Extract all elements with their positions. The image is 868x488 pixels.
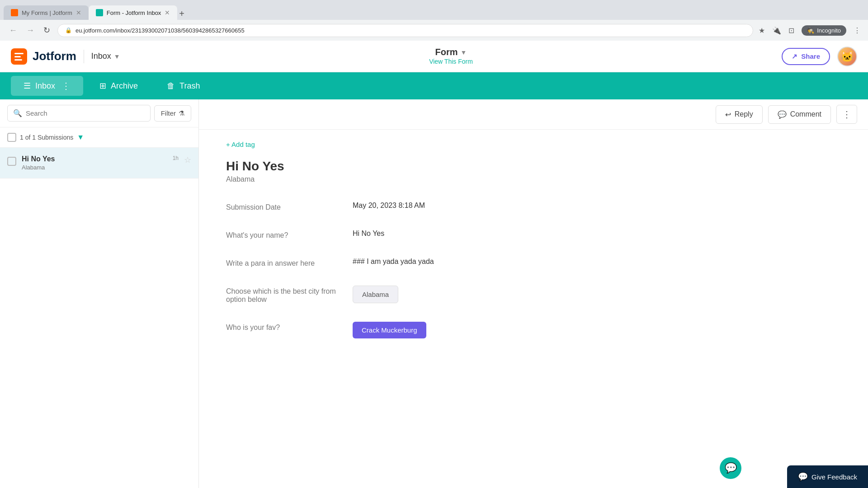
- field-value-city: Alabama: [353, 286, 841, 303]
- tab-inbox-label: Form - Jotform Inbox: [107, 9, 161, 16]
- fav-badge: Crack Muckerburg: [353, 322, 426, 338]
- reply-icon: ↩: [725, 110, 731, 119]
- search-bar: 🔍 Filter ⚗: [0, 99, 198, 127]
- filter-button[interactable]: Filter ⚗: [154, 105, 191, 122]
- forward-button[interactable]: →: [24, 24, 36, 37]
- field-row-name: What's your name? Hi No Yes: [226, 230, 841, 239]
- comment-label: Comment: [790, 110, 821, 118]
- field-row-date: Submission Date May 20, 2023 8:18 AM: [226, 202, 841, 211]
- logo-text: Jotform: [33, 49, 76, 63]
- reply-button[interactable]: ↩ Reply: [716, 105, 763, 124]
- inbox-tab-label: Inbox: [35, 81, 55, 91]
- search-input-wrap[interactable]: 🔍: [7, 105, 151, 122]
- inbox-selector[interactable]: Inbox ▼: [91, 52, 120, 61]
- add-tag-label: + Add tag: [226, 141, 255, 148]
- share-icon: ↗: [792, 52, 797, 61]
- incognito-label: Incognito: [817, 27, 841, 34]
- url-bar[interactable]: 🔒 eu.jotform.com/inbox/231393002071038/5…: [57, 24, 753, 37]
- give-feedback-button[interactable]: 💬 Give Feedback: [787, 465, 868, 488]
- field-value-para: ### I am yada yada yada: [353, 258, 841, 266]
- nav-tab-trash[interactable]: 🗑 Trash: [154, 77, 212, 95]
- submissions-header: 1 of 1 Submissions ▼: [0, 127, 198, 148]
- new-tab-button[interactable]: +: [179, 9, 184, 19]
- view-form-link[interactable]: View This Form: [429, 58, 473, 65]
- submissions-sort-icon[interactable]: ▼: [77, 133, 84, 141]
- field-label-para: Write a para in answer here: [226, 258, 353, 267]
- tab-favicon-inbox: [96, 9, 103, 16]
- select-all-checkbox[interactable]: [7, 133, 16, 142]
- inbox-tab-icon: ☰: [24, 81, 31, 91]
- reply-label: Reply: [735, 110, 753, 118]
- incognito-indicator: 🕵 Incognito: [802, 25, 846, 36]
- main-area: 🔍 Filter ⚗ 1 of 1 Submissions ▼ Hi No Ye…: [0, 99, 868, 488]
- tab-inbox-close[interactable]: ✕: [165, 9, 170, 16]
- field-row-para: Write a para in answer here ### I am yad…: [226, 258, 841, 267]
- tab-myforms-close[interactable]: ✕: [76, 9, 81, 16]
- content-toolbar: ↩ Reply 💬 Comment ⋮: [199, 99, 868, 130]
- star-icon[interactable]: ☆: [184, 155, 191, 165]
- svg-rect-2: [14, 56, 21, 57]
- header-right: ↗ Share 🐱: [782, 47, 857, 66]
- chat-bubble-icon: 💬: [725, 462, 737, 474]
- form-title-caret-icon: ▼: [461, 49, 467, 56]
- add-tag-button[interactable]: + Add tag: [226, 141, 841, 148]
- bookmark-icon[interactable]: ★: [759, 26, 765, 35]
- list-item[interactable]: Hi No Yes Alabama 1h ☆: [0, 148, 198, 178]
- more-options-button[interactable]: ⋮: [836, 105, 857, 124]
- header-center: Form ▼ View This Form: [120, 47, 782, 66]
- back-button[interactable]: ←: [7, 24, 19, 37]
- tab-favicon-myforms: [11, 9, 18, 16]
- svg-rect-1: [14, 53, 24, 54]
- sidebar: 🔍 Filter ⚗ 1 of 1 Submissions ▼ Hi No Ye…: [0, 99, 199, 488]
- app-header: Jotform Inbox ▼ Form ▼ View This Form ↗ …: [0, 41, 868, 72]
- nav-tab-archive[interactable]: ⊞ Archive: [87, 76, 151, 95]
- tab-myforms-label: My Forms | Jotform: [22, 9, 72, 16]
- profile-icon[interactable]: ⊡: [788, 26, 794, 35]
- nav-tab-inbox[interactable]: ☰ Inbox ⋮: [11, 76, 83, 96]
- feedback-chat-icon: 💬: [798, 472, 808, 482]
- search-input[interactable]: [26, 109, 145, 117]
- submission-info: Hi No Yes Alabama: [22, 155, 167, 171]
- url-text: eu.jotform.com/inbox/231393002071038/560…: [75, 27, 245, 34]
- submission-title: Hi No Yes: [226, 159, 841, 174]
- submissions-count: 1 of 1 Submissions: [20, 134, 73, 141]
- browser-menu-icon[interactable]: ⋮: [854, 26, 861, 35]
- refresh-button[interactable]: ↻: [42, 23, 52, 37]
- archive-tab-icon: ⊞: [99, 81, 106, 91]
- trash-tab-icon: 🗑: [167, 81, 175, 91]
- search-icon: 🔍: [13, 109, 22, 117]
- form-title[interactable]: Form ▼: [120, 47, 782, 57]
- chat-bubble-button[interactable]: 💬: [720, 457, 741, 479]
- filter-label: Filter: [161, 109, 176, 117]
- content-body: + Add tag Hi No Yes Alabama Submission D…: [199, 130, 868, 488]
- field-label-date: Submission Date: [226, 202, 353, 211]
- jotform-logo-icon: [11, 48, 27, 65]
- inbox-label: Inbox: [91, 52, 111, 61]
- logo-area: Jotform: [11, 48, 76, 65]
- field-value-date: May 20, 2023 8:18 AM: [353, 202, 841, 210]
- field-label-name: What's your name?: [226, 230, 353, 239]
- nav-tabs: ☰ Inbox ⋮ ⊞ Archive 🗑 Trash: [0, 72, 868, 99]
- svg-rect-3: [14, 59, 22, 61]
- field-value-fav: Crack Muckerburg: [353, 322, 841, 338]
- header-divider: [84, 50, 84, 63]
- user-avatar[interactable]: 🐱: [837, 47, 857, 66]
- submission-time: 1h: [173, 155, 179, 161]
- submission-name: Hi No Yes: [22, 155, 167, 163]
- inbox-options-icon[interactable]: ⋮: [61, 80, 71, 91]
- comment-button[interactable]: 💬 Comment: [768, 105, 831, 124]
- submission-subtitle: Alabama: [226, 175, 841, 183]
- share-label: Share: [801, 52, 820, 60]
- tab-myforms[interactable]: My Forms | Jotform ✕: [4, 5, 89, 20]
- lock-icon: 🔒: [65, 27, 72, 33]
- city-badge: Alabama: [353, 286, 398, 303]
- submission-detail: Alabama: [22, 164, 167, 171]
- trash-tab-label: Trash: [179, 81, 200, 91]
- field-label-city: Choose which is the best city from optio…: [226, 286, 353, 304]
- extensions-icon[interactable]: 🔌: [772, 26, 781, 35]
- tab-inbox[interactable]: Form - Jotform Inbox ✕: [89, 5, 178, 20]
- share-button[interactable]: ↗ Share: [782, 48, 830, 65]
- incognito-icon: 🕵: [807, 27, 814, 34]
- submission-checkbox[interactable]: [7, 157, 16, 166]
- field-label-fav: Who is your fav?: [226, 322, 353, 332]
